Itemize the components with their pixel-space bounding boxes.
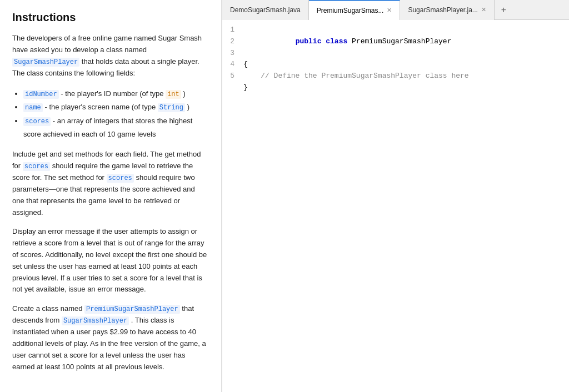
fields-list: idNumber - the player's ID number (of ty… bbox=[23, 87, 209, 141]
tab-bar: DemoSugarSmash.java PremiumSugarSmas... … bbox=[222, 0, 569, 20]
code-area[interactable]: public class PremiumSugarSmashPlayer { /… bbox=[240, 24, 569, 105]
tab-sugar-smash-player[interactable]: SugarSmashPlayer.ja... ✕ bbox=[400, 0, 494, 20]
premium-paragraph: Create a class named PremiumSugarSmashPl… bbox=[12, 303, 209, 373]
field-scores: scores - an array of integers that store… bbox=[23, 114, 209, 141]
error-paragraph: Display an error message if the user att… bbox=[12, 226, 209, 295]
tab-demo-sugar-smash[interactable]: DemoSugarSmash.java bbox=[222, 0, 309, 20]
add-tab-button[interactable]: + bbox=[495, 5, 513, 15]
get-set-paragraph: Include get and set methods for each fie… bbox=[12, 149, 209, 219]
code-line-5 bbox=[243, 94, 569, 105]
code-line-2: { bbox=[243, 59, 569, 71]
instructions-panel: Instructions The developers of a free on… bbox=[0, 0, 222, 392]
editor-panel[interactable]: 1 2 3 4 5 public class PremiumSugarSmash… bbox=[222, 20, 569, 392]
code-line-4: } bbox=[243, 82, 569, 94]
code-line-1: public class PremiumSugarSmashPlayer bbox=[243, 24, 569, 59]
line-numbers: 1 2 3 4 5 bbox=[222, 24, 240, 105]
code-line-3: // Define the PremiumSugarSmashPlayer cl… bbox=[243, 71, 569, 82]
field-idnumber: idNumber - the player's ID number (of ty… bbox=[23, 87, 209, 101]
tab-sugar-smash-player-close-icon[interactable]: ✕ bbox=[481, 6, 486, 13]
tab-premium-close-icon[interactable]: ✕ bbox=[387, 7, 392, 14]
instructions-title: Instructions bbox=[12, 11, 209, 24]
code-editor: 1 2 3 4 5 public class PremiumSugarSmash… bbox=[222, 20, 569, 110]
tab-premium-sugar-smash[interactable]: PremiumSugarSmas... ✕ bbox=[309, 0, 401, 20]
field-name: name - the player's screen name (of type… bbox=[23, 100, 209, 114]
sugar-smash-player-link[interactable]: SugarSmashPlayer bbox=[12, 58, 79, 67]
intro-paragraph: The developers of a free online game nam… bbox=[12, 33, 209, 79]
